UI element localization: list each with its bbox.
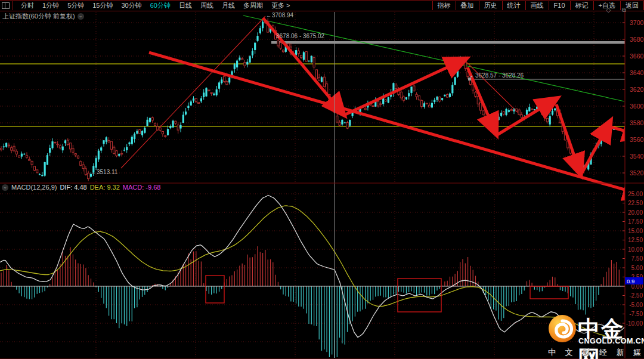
svg-text:0.9: 0.9 bbox=[627, 278, 634, 284]
toolbar-divider bbox=[13, 1, 13, 10]
svg-text:3560: 3560 bbox=[630, 136, 644, 143]
period-tab-10[interactable]: 多周期 bbox=[239, 2, 267, 9]
svg-text:3708.94: 3708.94 bbox=[272, 12, 294, 18]
svg-text:17.50: 17.50 bbox=[628, 218, 643, 225]
macd-collapse-icon[interactable]: ⌄ bbox=[2, 184, 8, 191]
trading-app-window: ←3708.943678.06 - 3675.02▪3628.57 - 3628… bbox=[0, 0, 644, 359]
period-tab-3[interactable]: 5分钟 bbox=[63, 2, 88, 9]
svg-text:←: ← bbox=[91, 169, 96, 175]
tool-button-2[interactable]: 叠加 bbox=[456, 1, 479, 10]
svg-text:5.00: 5.00 bbox=[631, 265, 643, 271]
period-tabs: 分时1分钟5分钟15分钟30分钟60分钟日线周线月线多周期更多 > bbox=[0, 1, 294, 10]
period-tab-1[interactable]: 分时 bbox=[17, 2, 38, 9]
svg-text:22.50: 22.50 bbox=[628, 200, 643, 206]
svg-text:3620: 3620 bbox=[630, 86, 644, 93]
macd-indicator-header: ⌄ MACD(12,26,9) DIF: 4.48 DEA: 9.32 MACD… bbox=[2, 184, 160, 191]
svg-text:3640: 3640 bbox=[630, 69, 644, 76]
svg-text:20.00: 20.00 bbox=[628, 209, 643, 216]
tool-button-5[interactable]: 画线 bbox=[525, 1, 549, 10]
svg-text:3540: 3540 bbox=[630, 153, 644, 160]
svg-text:←: ← bbox=[266, 13, 271, 18]
svg-text:3513.11: 3513.11 bbox=[97, 169, 118, 175]
svg-text:15.00: 15.00 bbox=[628, 228, 643, 234]
svg-text:3600: 3600 bbox=[630, 103, 644, 110]
svg-text:-5.00: -5.00 bbox=[629, 302, 643, 308]
svg-text:3628.57 - 3628.26: 3628.57 - 3628.26 bbox=[475, 72, 524, 79]
period-tab-2[interactable]: 1分钟 bbox=[38, 2, 63, 9]
collapse-icon[interactable]: ⌄ bbox=[78, 13, 84, 20]
top-toolbar: 分时1分钟5分钟15分钟30分钟60分钟日线周线月线多周期更多 > 指标叠加历史… bbox=[0, 0, 644, 11]
chart-corner-icons[interactable]: ◇ ⧉ bbox=[606, 7, 631, 14]
tool-button-6[interactable]: F10 bbox=[549, 1, 570, 10]
period-tab-4[interactable]: 15分钟 bbox=[88, 2, 117, 9]
period-tab-7[interactable]: 日线 bbox=[175, 2, 196, 9]
split-window-icon[interactable] bbox=[2, 2, 10, 9]
tool-button-7[interactable]: 标记 bbox=[570, 1, 593, 10]
symbol-title: 上证指数(60分钟 前复权) bbox=[2, 12, 75, 21]
svg-text:3520: 3520 bbox=[630, 169, 644, 177]
svg-text:10.00: 10.00 bbox=[628, 246, 643, 253]
period-tab-8[interactable]: 周线 bbox=[196, 2, 218, 9]
tool-button-1[interactable]: 指标 bbox=[432, 1, 456, 10]
svg-text:7.50: 7.50 bbox=[631, 255, 643, 262]
svg-text:3660: 3660 bbox=[630, 52, 644, 60]
period-tab-9[interactable]: 月线 bbox=[218, 2, 239, 9]
svg-text:3700: 3700 bbox=[630, 19, 644, 26]
svg-text:25.00: 25.00 bbox=[628, 191, 643, 197]
period-tab-11[interactable]: 更多 > bbox=[267, 2, 294, 9]
svg-text:▪: ▪ bbox=[470, 73, 472, 79]
svg-text:-7.50: -7.50 bbox=[629, 311, 643, 317]
macd-value: MACD: -9.68 bbox=[123, 184, 161, 191]
chart-canvas[interactable]: ←3708.943678.06 - 3675.02▪3628.57 - 3628… bbox=[0, 0, 644, 359]
svg-text:3678.06 - 3675.02: 3678.06 - 3675.02 bbox=[276, 33, 325, 39]
dif-value: DIF: 4.48 bbox=[60, 184, 86, 191]
svg-text:3680: 3680 bbox=[630, 36, 644, 43]
svg-text:-10.00: -10.00 bbox=[626, 320, 643, 327]
dea-value: DEA: 9.32 bbox=[90, 184, 120, 191]
chart-title-row: 上证指数(60分钟 前复权) ⌄ bbox=[2, 12, 84, 21]
svg-text:12.50: 12.50 bbox=[628, 237, 643, 243]
macd-indicator-name[interactable]: MACD(12,26,9) bbox=[11, 184, 57, 191]
period-tab-5[interactable]: 30分钟 bbox=[117, 2, 146, 9]
svg-text:3580: 3580 bbox=[630, 119, 644, 126]
period-tab-6[interactable]: 60分钟 bbox=[146, 2, 175, 9]
svg-text:-2.50: -2.50 bbox=[629, 292, 643, 299]
tool-button-3[interactable]: 历史 bbox=[479, 1, 502, 10]
tool-button-4[interactable]: 统计 bbox=[502, 1, 525, 10]
